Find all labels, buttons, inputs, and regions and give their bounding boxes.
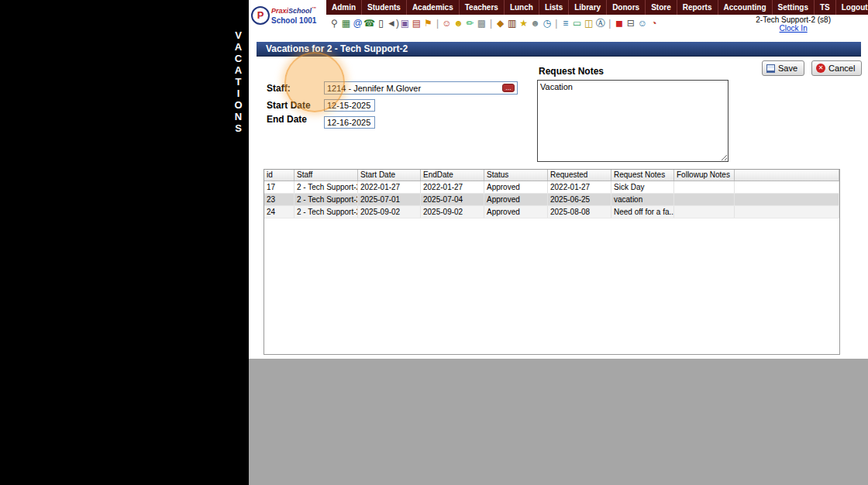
nav-item-students[interactable]: Students	[362, 0, 407, 15]
logo-praxi: Praxi	[271, 7, 288, 15]
clock-in-link[interactable]: Clock In	[756, 24, 831, 33]
table-cell: Need off for a fa...	[611, 206, 674, 218]
vacations-table-body: 172 - Tech Support-22022-01-272022-01-27…	[264, 181, 839, 218]
table-cell: Approved	[484, 206, 548, 218]
separator: |	[555, 18, 557, 29]
table-cell: 2025-09-02	[358, 206, 421, 218]
gradebook-icon[interactable]: ▥	[506, 16, 518, 30]
eraser-icon[interactable]: ✏	[464, 16, 476, 30]
table-cell: Approved	[484, 194, 548, 205]
table-row[interactable]: 172 - Tech Support-22022-01-272022-01-27…	[264, 181, 839, 194]
briefcase-icon[interactable]: ◆	[494, 16, 506, 30]
column-header-followup-notes[interactable]: Followup Notes	[674, 170, 735, 181]
save-icon	[766, 64, 775, 73]
photos-icon[interactable]: ▩	[476, 16, 487, 30]
table-cell	[735, 181, 839, 193]
folder-chart-icon[interactable]: ◫	[583, 16, 594, 30]
announcement-icon[interactable]: ⚑	[422, 16, 434, 30]
nav-item-library[interactable]: Library	[569, 0, 607, 15]
table-cell: vacation	[611, 194, 674, 205]
staff-label: Staff:	[267, 83, 291, 94]
staff-input[interactable]	[325, 84, 502, 93]
vertical-label-letter: S	[232, 122, 244, 134]
nav-item-academics[interactable]: Academics	[407, 0, 460, 15]
nav-item-donors[interactable]: Donors	[607, 0, 646, 15]
nav-item-lunch[interactable]: Lunch	[505, 0, 539, 15]
request-notes-label: Request Notes	[539, 66, 604, 77]
cancel-button[interactable]: ✕ Cancel	[811, 60, 862, 76]
nav-item-lists[interactable]: Lists	[539, 0, 569, 15]
screen: VACATIONS P PraxiSchool™ School 1001 Adm…	[0, 0, 868, 485]
media-icon[interactable]: ▣	[399, 16, 411, 30]
print-icon[interactable]: ⊟	[625, 16, 636, 30]
adv-pdf-icon[interactable]: Ⓐ	[594, 16, 606, 30]
table-cell: 2025-08-08	[548, 206, 611, 218]
vacations-table: idStaffStart DateEndDateStatusRequestedR…	[264, 169, 840, 355]
separator: |	[490, 18, 492, 29]
column-header-id[interactable]: id	[264, 170, 294, 181]
sidebar: VACATIONS	[0, 0, 249, 485]
nav-item-reports[interactable]: Reports	[677, 0, 718, 15]
save-button[interactable]: Save	[762, 60, 804, 76]
logo[interactable]: P PraxiSchool™ School 1001	[249, 0, 326, 31]
table-cell	[735, 194, 839, 205]
separator: |	[608, 18, 611, 29]
column-header-blank[interactable]	[735, 170, 839, 181]
vertical-label-letter: I	[232, 88, 244, 99]
end-date-label: End Date	[267, 114, 307, 125]
award-icon[interactable]: ★	[518, 16, 529, 30]
table-cell: Approved	[484, 181, 548, 193]
nav-item-settings[interactable]: Settings	[773, 0, 815, 15]
logo-trademark: ™	[312, 6, 316, 11]
grid-icon[interactable]: ▦	[340, 16, 352, 30]
logo-name: PraxiSchool™	[271, 6, 316, 15]
table-cell: 23	[264, 194, 294, 205]
table-cell: 2025-09-02	[421, 206, 484, 218]
column-header-request-notes[interactable]: Request Notes	[611, 170, 674, 181]
phone-icon[interactable]: ☎	[363, 16, 375, 30]
logo-texts: PraxiSchool™ School 1001	[271, 6, 316, 25]
nav-item-logout[interactable]: Logout	[836, 0, 868, 15]
nav-item-admin[interactable]: Admin	[326, 0, 362, 15]
end-date-input[interactable]	[324, 116, 375, 129]
nav-item-teachers[interactable]: Teachers	[460, 0, 505, 15]
table-cell: 2022-01-27	[358, 181, 421, 193]
table-cell: 2022-01-27	[548, 181, 611, 193]
table-row[interactable]: 232 - Tech Support-22025-07-012025-07-04…	[264, 194, 839, 206]
pdf-icon[interactable]: ◼	[613, 16, 625, 30]
table-cell: 2025-07-01	[358, 194, 421, 205]
student-icon[interactable]: ☺	[441, 16, 453, 30]
table-row[interactable]: 242 - Tech Support-22025-09-022025-09-02…	[264, 206, 839, 218]
main-area: P PraxiSchool™ School 1001 AdminStudents…	[249, 0, 868, 485]
table-cell: 2022-01-27	[421, 181, 484, 193]
request-notes-textarea[interactable]: Vacation	[537, 80, 728, 162]
start-date-input[interactable]	[324, 99, 375, 112]
column-header-staff[interactable]: Staff	[294, 170, 358, 181]
calendar-icon[interactable]: ▤	[411, 16, 422, 30]
card-icon[interactable]: ▭	[571, 16, 583, 30]
mobile-icon[interactable]: ▯	[375, 16, 387, 30]
speaker-icon[interactable]: ◄)	[387, 16, 399, 30]
table-cell: 2025-06-25	[548, 194, 611, 205]
column-header-requested[interactable]: Requested	[548, 170, 611, 181]
list-icon[interactable]: ≡	[560, 16, 571, 30]
table-cell: 2025-07-04	[421, 194, 484, 205]
table-cell: 2 - Tech Support-2	[294, 206, 358, 218]
clock-icon[interactable]: ◷	[541, 16, 553, 30]
school-id: School 1001	[271, 16, 316, 25]
staff-icon[interactable]: ☻	[529, 16, 541, 30]
staff-lookup-button[interactable]: ...	[502, 84, 515, 92]
column-header-status[interactable]: Status	[484, 170, 548, 181]
email-icon[interactable]: @	[352, 16, 363, 30]
alarm-icon[interactable]: ◔	[648, 16, 660, 30]
nav-item-store[interactable]: Store	[646, 0, 677, 15]
student-alert-icon[interactable]: ☻	[453, 16, 464, 30]
column-header-start-date[interactable]: Start Date	[358, 170, 421, 181]
help-icon[interactable]: ☺	[636, 16, 648, 30]
column-header-enddate[interactable]: EndDate	[421, 170, 484, 181]
table-cell	[674, 181, 735, 193]
search-icon[interactable]: ⚲	[329, 16, 340, 30]
logo-icon: P	[251, 6, 270, 25]
nav-item-ts[interactable]: TS	[815, 0, 836, 15]
nav-item-accounting[interactable]: Accounting	[718, 0, 773, 15]
